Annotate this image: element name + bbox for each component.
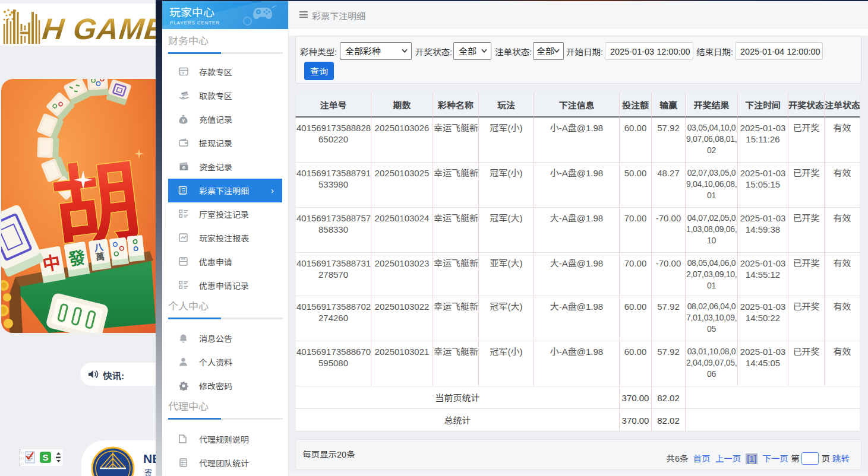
svg-text:¥: ¥ [182, 118, 185, 123]
svg-text:萬: 萬 [94, 249, 105, 263]
svg-text:S: S [42, 452, 48, 462]
